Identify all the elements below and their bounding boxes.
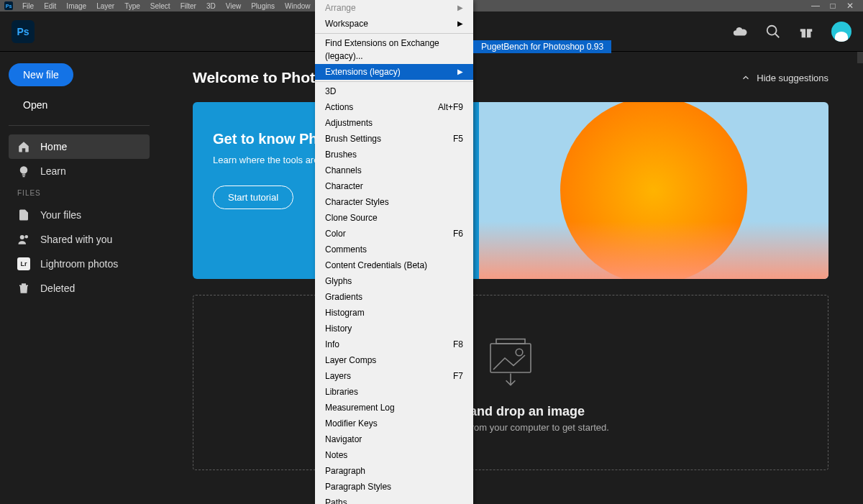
menu-select[interactable]: Select: [145, 1, 175, 12]
menu-item-actions[interactable]: ActionsAlt+F9: [315, 99, 473, 115]
svg-rect-10: [490, 344, 531, 372]
hide-suggestions-button[interactable]: Hide suggestions: [741, 73, 828, 83]
hide-suggestions-label: Hide suggestions: [757, 73, 828, 83]
content: Welcome to Photoshop Hide suggestions Ge…: [158, 52, 863, 504]
avatar[interactable]: [831, 22, 851, 42]
gift-icon[interactable]: [798, 24, 814, 40]
dropzone[interactable]: Drag and drop an image or select one fro…: [193, 295, 828, 470]
extensions-submenu: PugetBench for Photoshop 0.93: [473, 40, 611, 53]
menu-item-adjustments[interactable]: Adjustments: [315, 115, 473, 131]
open-button[interactable]: Open: [9, 93, 62, 116]
menu-file[interactable]: File: [17, 1, 39, 12]
window-maximize-icon[interactable]: □: [824, 1, 841, 11]
svg-point-5: [21, 167, 27, 173]
menu-item-info[interactable]: InfoF8: [315, 336, 473, 352]
menu-item-3d[interactable]: 3D: [315, 83, 473, 99]
trash-icon: [17, 282, 30, 295]
home-icon: [17, 140, 30, 153]
search-icon[interactable]: [765, 24, 781, 40]
menu-item-histogram[interactable]: Histogram: [315, 305, 473, 321]
menu-item-layers[interactable]: LayersF7: [315, 368, 473, 384]
svg-rect-11: [496, 339, 525, 344]
panel-flyout-handle[interactable]: [857, 52, 863, 63]
welcome-banner: Get to know Photoshop Learn where the to…: [193, 102, 828, 279]
svg-point-12: [516, 349, 523, 356]
menu-bar: File Edit Image Layer Type Select Filter…: [17, 1, 316, 12]
file-icon: [17, 209, 30, 221]
menu-item-extensions-legacy-[interactable]: Extensions (legacy)▶: [315, 64, 473, 80]
sidebar-item-label: Deleted: [40, 283, 75, 294]
menu-item-modifier-keys[interactable]: Modifier Keys: [315, 416, 473, 431]
menu-item-arrange: Arrange▶: [315, 0, 473, 16]
sidebar-item-label: Home: [40, 141, 67, 152]
menu-item-channels[interactable]: Channels: [315, 162, 473, 178]
banner-artwork: [479, 102, 828, 279]
sidebar-item-home[interactable]: Home: [9, 134, 150, 159]
svg-point-8: [20, 235, 24, 239]
sidebar-item-your-files[interactable]: Your files: [9, 203, 150, 227]
window-minimize-icon[interactable]: —: [807, 1, 824, 11]
menu-edit[interactable]: Edit: [39, 1, 61, 12]
svg-line-1: [775, 33, 780, 37]
menu-item-content-credentials-beta-[interactable]: Content Credentials (Beta): [315, 257, 473, 273]
sidebar-item-label: Lightroom photos: [40, 258, 118, 270]
svg-point-0: [767, 25, 777, 35]
menu-image[interactable]: Image: [61, 1, 91, 12]
menu-item-paragraph[interactable]: Paragraph: [315, 463, 473, 479]
files-header: FILES: [9, 183, 150, 203]
sidebar-item-label: Your files: [40, 209, 81, 221]
menu-item-comments[interactable]: Comments: [315, 242, 473, 257]
menu-plugins[interactable]: Plugins: [246, 1, 280, 12]
menu-item-workspace[interactable]: Workspace▶: [315, 16, 473, 32]
menu-3d[interactable]: 3D: [201, 1, 221, 12]
menu-item-character-styles[interactable]: Character Styles: [315, 194, 473, 210]
chevron-up-icon: [741, 73, 751, 83]
menu-item-notes[interactable]: Notes: [315, 447, 473, 463]
menu-item-clone-source[interactable]: Clone Source: [315, 210, 473, 226]
menu-item-brushes[interactable]: Brushes: [315, 147, 473, 162]
menu-item-glyphs[interactable]: Glyphs: [315, 273, 473, 289]
cloud-icon[interactable]: [732, 24, 748, 40]
menu-item-measurement-log[interactable]: Measurement Log: [315, 400, 473, 416]
app-badge: Ps: [4, 1, 13, 10]
menu-item-layer-comps[interactable]: Layer Comps: [315, 352, 473, 368]
menu-item-libraries[interactable]: Libraries: [315, 384, 473, 400]
sidebar-item-deleted[interactable]: Deleted: [9, 276, 150, 301]
menu-filter[interactable]: Filter: [175, 1, 201, 12]
menu-window[interactable]: Window: [280, 1, 316, 12]
svg-rect-4: [805, 26, 807, 37]
submenu-item-pugetbench[interactable]: PugetBench for Photoshop 0.93: [474, 41, 611, 52]
menu-item-paths[interactable]: Paths: [315, 495, 473, 504]
menu-item-brush-settings[interactable]: Brush SettingsF5: [315, 131, 473, 147]
lightroom-icon: Lr: [17, 257, 30, 270]
sidebar-item-learn[interactable]: Learn: [9, 159, 150, 183]
people-icon: [17, 233, 30, 246]
menu-item-color[interactable]: ColorF6: [315, 226, 473, 242]
menu-item-character[interactable]: Character: [315, 178, 473, 194]
new-file-button[interactable]: New file: [9, 63, 73, 86]
menu-item-paragraph-styles[interactable]: Paragraph Styles: [315, 479, 473, 495]
sidebar: New file Open Home Learn FILES Your file…: [0, 52, 158, 504]
menu-type[interactable]: Type: [119, 1, 145, 12]
sidebar-item-lightroom[interactable]: Lr Lightroom photos: [9, 252, 150, 276]
menu-item-gradients[interactable]: Gradients: [315, 289, 473, 305]
sidebar-item-label: Shared with you: [40, 234, 112, 245]
app-icon[interactable]: Ps: [12, 20, 35, 43]
image-download-icon: [482, 332, 539, 390]
svg-point-9: [25, 235, 29, 239]
sidebar-item-shared[interactable]: Shared with you: [9, 227, 150, 252]
menu-view[interactable]: View: [221, 1, 247, 12]
menu-layer[interactable]: Layer: [91, 1, 119, 12]
lightbulb-icon: [17, 165, 30, 178]
window-menu-dropdown: Arrange▶Workspace▶Find Extensions on Exc…: [315, 0, 473, 504]
menu-item-navigator[interactable]: Navigator: [315, 431, 473, 447]
menu-item-find-extensions-on-exchange-legacy-[interactable]: Find Extensions on Exchange (legacy)...: [315, 35, 473, 64]
window-close-icon[interactable]: ✕: [841, 1, 859, 11]
start-tutorial-button[interactable]: Start tutorial: [213, 185, 293, 209]
menu-item-history[interactable]: History: [315, 321, 473, 336]
sidebar-item-label: Learn: [40, 165, 66, 177]
